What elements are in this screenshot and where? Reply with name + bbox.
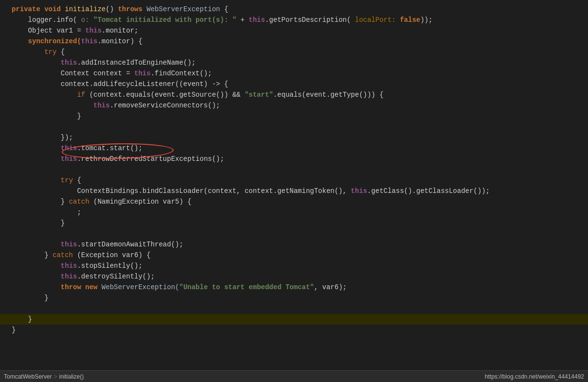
code-line: try { (0, 175, 588, 186)
code-line: ContextBindings.bindClassLoader(context,… (0, 186, 588, 196)
code-line: context.addLifecycleListener((event) -> … (0, 79, 588, 89)
code-line: }); (0, 132, 588, 143)
code-line: } (0, 111, 588, 122)
code-line: this.startDaemonAwaitThread(); (0, 239, 588, 250)
code-line: this.addInstanceIdToEngineName(); (0, 57, 588, 68)
code-line: this.destroySilently(); (0, 271, 588, 282)
code-line: } catch (NamingException var5) { (0, 196, 588, 207)
code-line: this.stopSilently(); (0, 260, 588, 271)
code-line: private void initialize() throws WebServ… (0, 4, 588, 15)
code-line (0, 303, 588, 314)
code-line: try { (0, 47, 588, 57)
code-line: this.removeServiceConnectors(); (0, 100, 588, 111)
code-line: ; (0, 207, 588, 218)
breadcrumb-class: TomcatWebServer (4, 373, 52, 380)
code-line: } (0, 325, 588, 335)
code-line: } (0, 218, 588, 228)
breadcrumb-separator: > (53, 373, 57, 380)
code-line: this.tomcat.start(); (0, 143, 588, 154)
code-line (0, 122, 588, 132)
code-line: if (context.equals(event.getSource()) &&… (0, 89, 588, 100)
code-area[interactable]: private void initialize() throws WebServ… (0, 0, 588, 370)
code-editor: private void initialize() throws WebServ… (0, 0, 588, 382)
code-line: } catch (Exception var6) { (0, 250, 588, 260)
code-line: Context context = this.findContext(); (0, 68, 588, 79)
code-line: } (0, 314, 588, 325)
code-line: this.rethrowDeferredStartupExceptions(); (0, 154, 588, 164)
breadcrumb-method: initialize() (59, 373, 84, 380)
code-line: } (0, 293, 588, 303)
code-line: Object var1 = this.monitor; (0, 25, 588, 36)
code-line (0, 164, 588, 175)
code-line: logger.info( o: "Tomcat initialized with… (0, 15, 588, 25)
url-label: https://blog.csdn.net/weixin_44414492 (485, 373, 584, 380)
code-line (0, 228, 588, 239)
breadcrumb: TomcatWebServer > initialize() https://b… (0, 370, 588, 382)
code-line: synchronized(this.monitor) { (0, 36, 588, 47)
code-line: throw new WebServerException("Unable to … (0, 282, 588, 293)
